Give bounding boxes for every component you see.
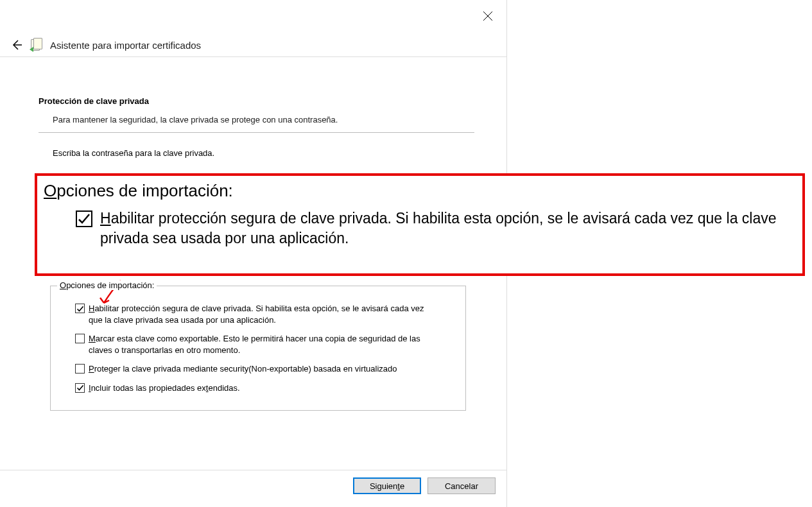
wizard-header: Asistente para importar certificados <box>0 37 506 57</box>
section-description: Para mantener la seguridad, la clave pri… <box>53 115 474 125</box>
option-label: Habilitar protección segura de clave pri… <box>89 303 435 325</box>
checkbox-protect-virtualized[interactable] <box>75 364 85 374</box>
checkbox-include-extended[interactable] <box>75 383 85 393</box>
zoom-option-enable-protection: Habilitar protección segura de clave pri… <box>76 209 796 248</box>
zoom-option-text: Habilitar protección segura de clave pri… <box>100 209 796 248</box>
option-label: Marcar esta clave como exportable. Esto … <box>89 333 435 356</box>
password-prompt-label: Escriba la contraseña para la clave priv… <box>53 148 474 158</box>
option-include-extended: Incluir todas las propiedades extendidas… <box>75 382 454 394</box>
option-label: Incluir todas las propiedades extendidas… <box>89 382 240 394</box>
wizard-title: Asistente para importar certificados <box>50 40 201 51</box>
divider <box>39 132 474 133</box>
option-mark-exportable: Marcar esta clave como exportable. Esto … <box>75 333 454 356</box>
wizard-footer: Siguiente Cancelar <box>0 470 507 494</box>
checkbox-mark-exportable[interactable] <box>75 334 85 343</box>
annotation-callout: Opciones de importación: Habilitar prote… <box>35 173 805 276</box>
certificate-icon <box>30 38 44 52</box>
close-icon[interactable] <box>482 10 494 22</box>
cert-import-wizard-dialog: Asistente para importar certificados Pro… <box>0 0 507 507</box>
option-enable-strong-protection: Habilitar protección segura de clave pri… <box>75 303 454 325</box>
option-label: Proteger la clave privada mediante secur… <box>89 363 397 375</box>
import-options-group: Opciones de importación: Habilitar prote… <box>50 286 466 411</box>
wizard-content: Protección de clave privada Para mantene… <box>39 96 474 158</box>
back-arrow-icon[interactable] <box>9 37 24 53</box>
zoom-options-legend: Opciones de importación: <box>44 181 796 201</box>
option-protect-virtualized: Proteger la clave privada mediante secur… <box>75 363 454 375</box>
section-heading: Protección de clave privada <box>39 96 474 106</box>
cancel-button[interactable]: Cancelar <box>428 477 496 494</box>
checkbox-enable-protection[interactable] <box>75 304 85 313</box>
zoom-checkbox-checked-icon <box>76 211 92 227</box>
next-button[interactable]: Siguiente <box>353 477 421 494</box>
import-options-legend: Opciones de importación: <box>57 280 157 290</box>
